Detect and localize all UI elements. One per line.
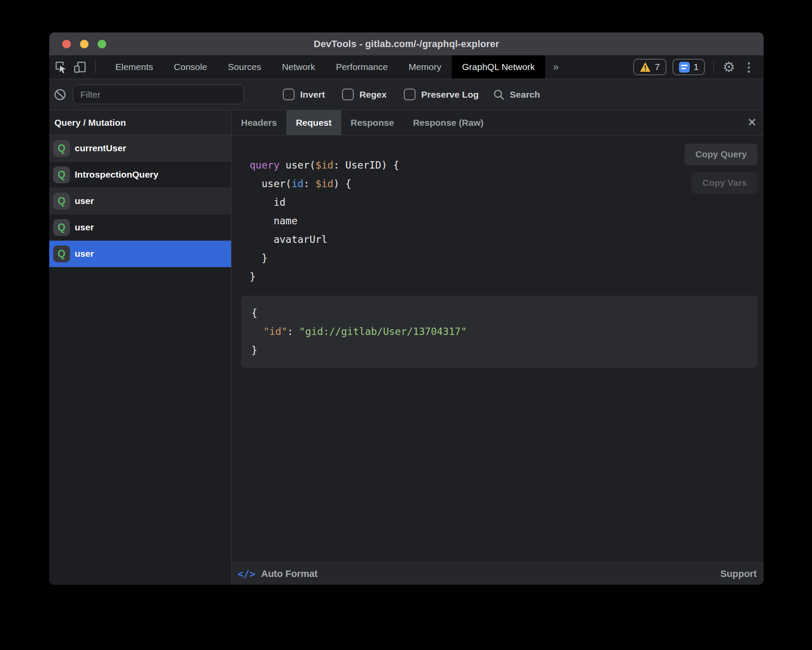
warnings-badge[interactable]: 7	[633, 59, 666, 75]
list-item-currentuser[interactable]: Q currentUser	[49, 135, 231, 162]
message-count: 1	[694, 62, 699, 72]
status-badges: 7 1 ⚙ ⋮	[633, 55, 757, 79]
window-title: DevTools - gitlab.com/-/graphql-explorer	[314, 38, 499, 50]
list-item-user-2[interactable]: Q user	[49, 214, 231, 241]
inspect-element-icon[interactable]	[54, 61, 67, 73]
preserve-log-checkbox-group: Preserve Log	[404, 89, 479, 100]
traffic-lights	[62, 32, 106, 55]
copy-buttons: Copy Query Copy Vars	[685, 143, 758, 194]
query-type-badge: Q	[53, 219, 70, 236]
invert-label: Invert	[300, 89, 325, 100]
tab-performance[interactable]: Performance	[326, 55, 398, 79]
regex-label: Regex	[359, 89, 387, 100]
search-label: Search	[510, 89, 540, 100]
search-control[interactable]: Search	[493, 89, 540, 100]
query-type-badge: Q	[53, 193, 70, 210]
query-type-badge: Q	[53, 245, 70, 262]
invert-checkbox-group: Invert	[283, 89, 325, 100]
more-tabs-icon[interactable]: »	[545, 55, 566, 79]
query-type-badge: Q	[53, 140, 70, 157]
graphql-query-code: query user($id: UserID) { user(id: $id) …	[250, 156, 758, 286]
zoom-window-button[interactable]	[98, 40, 106, 48]
toolbar-icons	[49, 55, 98, 79]
list-item-label: user	[75, 222, 94, 233]
devtools-window: DevTools - gitlab.com/-/graphql-explorer…	[49, 32, 764, 585]
list-item-label: user	[75, 249, 94, 259]
device-toolbar-icon[interactable]	[73, 61, 86, 73]
filter-input[interactable]	[73, 85, 244, 104]
query-list-panel: Query / Mutation Q currentUser Q Introsp…	[49, 110, 232, 585]
warning-icon	[640, 62, 651, 72]
settings-gear-icon[interactable]: ⚙	[723, 60, 735, 74]
list-item-label: currentUser	[75, 143, 126, 153]
tab-elements[interactable]: Elements	[105, 55, 164, 79]
support-link[interactable]: Support	[720, 568, 757, 580]
devtools-tab-bar: Elements Console Sources Network Perform…	[49, 55, 764, 79]
kebab-menu-icon[interactable]: ⋮	[741, 60, 757, 74]
close-detail-icon[interactable]: ✕	[747, 110, 757, 135]
search-icon	[493, 89, 504, 100]
invert-checkbox[interactable]	[283, 89, 295, 100]
tab-response[interactable]: Response	[341, 110, 403, 135]
warning-count: 7	[655, 62, 660, 72]
auto-format-icon: </>	[238, 568, 256, 580]
tab-memory[interactable]: Memory	[398, 55, 452, 79]
regex-checkbox-group: Regex	[342, 89, 387, 100]
list-item-user-1[interactable]: Q user	[49, 188, 231, 214]
panel-tabs: Elements Console Sources Network Perform…	[105, 55, 567, 79]
detail-footer: </> Auto Format Support	[232, 563, 764, 585]
toolbar-separator	[95, 61, 95, 73]
close-window-button[interactable]	[62, 40, 71, 48]
badges-separator	[714, 61, 714, 73]
copy-query-button[interactable]: Copy Query	[685, 143, 758, 165]
list-item-introspectionquery[interactable]: Q IntrospectionQuery	[49, 162, 231, 188]
message-icon	[679, 62, 690, 73]
preserve-log-checkbox[interactable]	[404, 89, 416, 100]
tab-graphql-network[interactable]: GraphQL Network	[452, 55, 545, 79]
issues-badge[interactable]: 1	[672, 59, 705, 75]
tab-response-raw[interactable]: Response (Raw)	[403, 110, 493, 135]
tab-request[interactable]: Request	[286, 110, 341, 135]
title-bar: DevTools - gitlab.com/-/graphql-explorer	[49, 32, 764, 55]
minimize-window-button[interactable]	[80, 40, 89, 48]
query-variables-box: { "id": "gid://gitlab/User/13704317"}	[241, 296, 758, 368]
filter-bar: Invert Regex Preserve Log Search	[49, 79, 764, 110]
regex-checkbox[interactable]	[342, 89, 354, 100]
tab-headers[interactable]: Headers	[232, 110, 286, 135]
main-split: Query / Mutation Q currentUser Q Introsp…	[49, 110, 764, 585]
list-item-label: user	[75, 196, 94, 206]
list-item-label: IntrospectionQuery	[75, 169, 159, 180]
auto-format-toggle[interactable]: Auto Format	[261, 568, 318, 580]
tab-console[interactable]: Console	[164, 55, 218, 79]
query-list-header: Query / Mutation	[49, 110, 231, 135]
list-item-user-3-selected[interactable]: Q user	[49, 241, 231, 267]
detail-panel: Headers Request Response Response (Raw) …	[232, 110, 764, 585]
request-content: query user($id: UserID) { user(id: $id) …	[232, 135, 764, 563]
preserve-log-label: Preserve Log	[421, 89, 479, 100]
tab-sources[interactable]: Sources	[218, 55, 272, 79]
block-clear-icon[interactable]	[54, 89, 66, 101]
query-type-badge: Q	[53, 166, 70, 183]
detail-tab-bar: Headers Request Response Response (Raw) …	[232, 110, 764, 135]
tab-network[interactable]: Network	[272, 55, 326, 79]
copy-vars-button[interactable]: Copy Vars	[691, 172, 758, 194]
